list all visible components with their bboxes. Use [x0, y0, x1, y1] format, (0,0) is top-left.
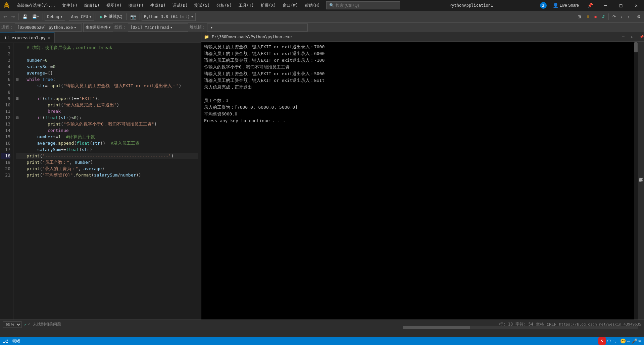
stack-dropdown[interactable]: ▾ [207, 23, 308, 32]
ln-2: 2 [1, 51, 10, 57]
debug-toolbar: 进程： [0x00000b20] python.exe ▾ 生命周期事件 ▾ 线… [0, 23, 644, 32]
tab-if-expression[interactable]: if_expression1.py ✕ [0, 33, 55, 43]
menu-test[interactable]: 测试(S) [191, 0, 213, 11]
menu-project[interactable]: 项目(P) [125, 0, 147, 11]
tab-close-button[interactable]: ✕ [48, 35, 50, 41]
code-editor: if_expression1.py ✕ 1 2 3 4 5 6 7 8 9 10 [0, 32, 201, 328]
menu-window[interactable]: 窗口(W) [279, 0, 301, 11]
ime-mic-icon[interactable]: 🎤 [632, 338, 637, 344]
terminal-line-1: 请输入员工的工资金额，键入EXIT or exit退出录入：7000 [204, 44, 631, 50]
continue-button[interactable]: ▶ ▶ 继续(C) [98, 12, 125, 21]
toolbar-separator-2 [43, 13, 43, 20]
ime-dot-icon[interactable]: ·。 [612, 338, 619, 344]
no-issues-label: ✓ 未找到相关问题 [28, 322, 61, 327]
ln-1: 1 [1, 44, 10, 51]
scroll-thumb[interactable] [634, 42, 638, 52]
code-line-4: salarySum=0 [16, 63, 198, 70]
toolbar-restart[interactable]: ↺ [599, 12, 607, 21]
terminal-path: E:\360Downloads\Python\python.exe [212, 35, 292, 39]
lifecycle-events-button[interactable]: 生命周期事件 ▾ [83, 23, 113, 32]
thread-dropdown[interactable]: [0x1] MainThread ▾ [128, 23, 188, 32]
maximize-button[interactable]: □ [613, 0, 629, 11]
code-line-7: str=input("请输入员工的工资金额，键入EXIT or exit退出录入… [16, 83, 198, 89]
code-line-17: salarySum+=float(str) [16, 146, 198, 153]
menu-edit[interactable]: 编辑(E) [81, 0, 103, 11]
search-icon: 🔍 [329, 3, 334, 8]
toolbar-pause[interactable]: ⏸ [584, 12, 592, 21]
ln-11: 11 [1, 108, 10, 114]
ime-keyboard-icon[interactable]: ⌨ [639, 338, 641, 344]
ln-7: 7 [1, 83, 10, 89]
menu-tools[interactable]: 工具(T) [235, 0, 257, 11]
menu-view[interactable]: 视图(V) [103, 0, 125, 11]
chevron-down-icon-2: ▾ [89, 14, 91, 19]
terminal-minimize[interactable]: ─ [620, 33, 627, 41]
sougou-s-icon: S [598, 337, 606, 345]
ln-3: 3 [1, 57, 10, 63]
debug-config-dropdown[interactable]: Debug ▾ [45, 13, 65, 21]
terminal-content[interactable]: 请输入员工的工资金额，键入EXIT or exit退出录入：7000 请输入员工… [201, 42, 634, 328]
main-toolbar: ↩ ↪ 💾 💾+ Debug ▾ Any CPU ▾ ▶ ▶ 继续(C) 📷 [0, 11, 644, 23]
ln-16: 16 [1, 140, 10, 146]
ready-status: 就绪 [12, 338, 20, 344]
toolbar-settings[interactable]: ⚙ [635, 12, 643, 21]
no-issues-indicator: ✓ ✓ 未找到相关问题 [24, 322, 61, 327]
toolbar-stop[interactable]: ■ [592, 12, 599, 21]
terminal-line-4: 你输入的数字小于0，我们不可能扣员工工资 [204, 64, 631, 70]
live-share-button[interactable]: 👤 Live Share [549, 3, 582, 8]
ln-6: 6 [1, 76, 10, 83]
code-line-13: print("你输入的数字小于0，我们不可能扣员工工资") [16, 121, 198, 127]
line-numbers: 1 2 3 4 5 6 7 8 9 10 11 12 13 14 15 16 1 [0, 43, 13, 328]
close-button[interactable]: ✕ [629, 0, 644, 11]
code-line-20: print("录入的工资为：", average) [16, 165, 198, 172]
toolbar-undo[interactable]: ↩ [1, 12, 9, 21]
code-lines[interactable]: # 功能：使用多层嵌套，continue break number=0 sala… [13, 43, 201, 328]
thread-label: 线程： [114, 24, 127, 30]
ime-write-icon[interactable]: ✏ [627, 338, 630, 344]
ime-emoji-icon[interactable]: 😊 [620, 338, 626, 344]
git-status[interactable]: ⎇ [3, 338, 8, 344]
toolbar-step-over[interactable]: ↷ [610, 12, 618, 21]
terminal-line-7: 录入信息完成，正常退出 [204, 84, 631, 91]
minimize-button[interactable]: ─ [598, 0, 613, 11]
toolbar-step-out[interactable]: ↑ [625, 12, 631, 21]
notification-badge: 2 [540, 2, 547, 9]
pin-button[interactable]: 📌 [582, 0, 598, 11]
search-input[interactable] [336, 3, 389, 8]
menu-advanced-save[interactable]: 高级保存选项(V)... [13, 0, 59, 11]
toolbar-step-into[interactable]: ↓ [618, 12, 625, 21]
zoom-selector[interactable]: 93 % [3, 321, 21, 328]
live-share-icon: 👤 [553, 3, 558, 8]
terminal-line-9: 员工个数：3 [204, 97, 631, 104]
code-content[interactable]: 1 2 3 4 5 6 7 8 9 10 11 12 13 14 15 16 1 [0, 43, 201, 328]
process-dropdown[interactable]: [0x00000b20] python.exe ▾ [15, 23, 82, 32]
menu-debug[interactable]: 调试(D) [169, 0, 191, 11]
ime-cn-icon[interactable]: 中 [607, 338, 611, 344]
menu-analyze[interactable]: 分析(N) [213, 0, 235, 11]
python-version-dropdown[interactable]: Python 3.8 (64-bit) ▾ [142, 13, 196, 21]
chevron-down-icon: ▾ [60, 14, 63, 19]
ln-12: 12 [1, 114, 10, 121]
menu-file[interactable]: 文件(F) [59, 0, 81, 11]
menu-build[interactable]: 生成(B) [147, 0, 169, 11]
toolbar-redo[interactable]: ↪ [9, 12, 17, 21]
toolbar-parallel[interactable]: ⊞ [576, 12, 583, 21]
terminal-maximize[interactable]: □ [629, 33, 635, 41]
camera-button[interactable]: 📷 [128, 12, 138, 21]
terminal-scrollbar[interactable] [634, 42, 638, 328]
solution-tab-header[interactable]: 📌 ✕ [638, 32, 644, 42]
terminal-line-6: 请输入员工的工资金额，键入EXIT or exit退出录入：ExIt [204, 77, 631, 84]
solution-explorer-pin[interactable]: 📌 [640, 35, 644, 39]
ready-label: 就绪 [12, 338, 20, 344]
toolbar-save[interactable]: 💾 [20, 12, 30, 21]
menu-help[interactable]: 帮助(H) [301, 0, 324, 11]
platform-dropdown[interactable]: Any CPU ▾ [69, 13, 94, 21]
ln-4: 4 [1, 63, 10, 70]
toolbar-save-all[interactable]: 💾+ [30, 12, 41, 21]
h-scroll-thumb[interactable] [403, 326, 470, 329]
horizontal-scrollbar[interactable] [403, 326, 638, 329]
menu-bar: 高级保存选项(V)... 文件(F) 编辑(E) 视图(V) 项目(P) 生成(… [13, 0, 324, 11]
menu-extensions[interactable]: 扩展(X) [257, 0, 280, 11]
process-value: [0x00000b20] python.exe [17, 25, 73, 30]
terminal-header: 📁 E:\360Downloads\Python\python.exe ─ □ [201, 32, 638, 42]
